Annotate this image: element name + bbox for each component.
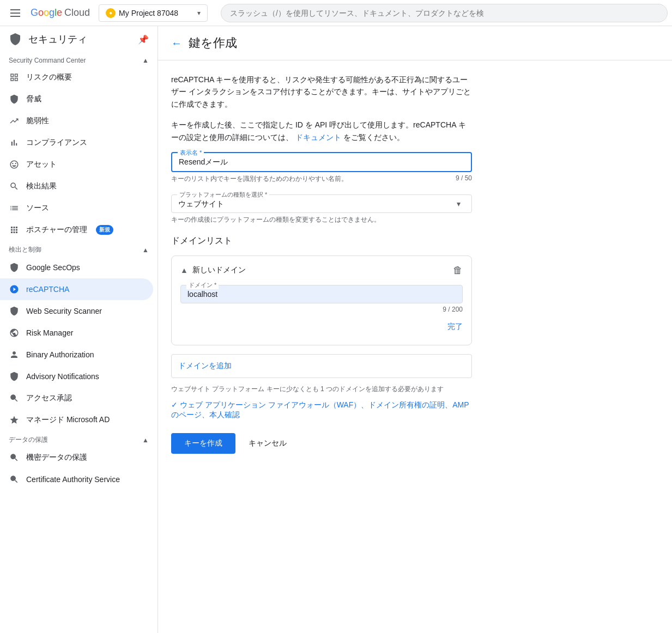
create-key-button[interactable]: キーを作成 [171, 433, 235, 454]
sidebar-item-label: マネージド Microsoft AD [26, 415, 110, 425]
compliance-icon [9, 137, 20, 148]
done-button[interactable]: 完了 [180, 318, 463, 336]
content-area: ← 鍵を作成 reCAPTCHA キーを使用すると、リスクや発生する可能性がある… [158, 26, 672, 633]
collapse-icon[interactable]: ▲ [180, 266, 188, 275]
domain-input-wrapper: ドメイン * [180, 285, 463, 303]
search-input[interactable] [221, 4, 668, 22]
recaptcha-icon [9, 284, 20, 295]
sidebar-item-sources[interactable]: ソース [0, 197, 153, 219]
sidebar-item-label: ソース [26, 203, 49, 213]
sidebar-item-posture[interactable]: ポスチャーの管理 新規 [0, 219, 153, 241]
sidebar-item-threats[interactable]: 脅威 [0, 88, 153, 110]
sidebar-item-risk-manager[interactable]: Risk Manager [0, 322, 153, 344]
waf-link[interactable]: ✓ ウェブ アプリケーション ファイアウォール（WAF）、ドメイン所有権の証明、… [171, 400, 472, 420]
sidebar-item-label: 脅威 [26, 94, 41, 104]
sidebar-item-label: 検出結果 [26, 181, 57, 191]
sidebar-item-label: Risk Manager [26, 328, 73, 337]
delete-domain-button[interactable]: 🗑 [453, 265, 463, 276]
google-cloud-logo: Google Cloud [31, 7, 90, 19]
risk-manager-icon [9, 327, 20, 338]
cancel-button[interactable]: キャンセル [244, 433, 291, 454]
content-header: ← 鍵を作成 [158, 26, 672, 60]
pin-icon: 📌 [138, 34, 149, 45]
doc-link[interactable]: ドキュメント [295, 133, 341, 142]
sidebar-item-google-secops[interactable]: Google SecOps [0, 257, 153, 278]
section-collapse-icon: ▲ [142, 57, 149, 64]
shield-circle-icon [9, 94, 20, 105]
sidebar-item-certificate-authority[interactable]: Certificate Authority Service [0, 468, 153, 490]
sidebar-title: セキュリティ [28, 33, 131, 46]
secops-icon [9, 262, 20, 273]
sidebar: セキュリティ 📌 Security Command Center ▲ リスクの概… [0, 26, 158, 633]
domain-input[interactable] [187, 290, 456, 299]
project-selector[interactable]: ● My Project 87048 ▾ [99, 4, 208, 22]
certificate-icon [9, 474, 20, 485]
domain-card-title: ▲ 新しいドメイン [180, 265, 246, 275]
sidebar-item-risk-overview[interactable]: リスクの概要 [0, 66, 153, 88]
scc-section-title: Security Command Center [9, 57, 86, 64]
sidebar-item-label: リスクの概要 [26, 72, 72, 82]
add-domain-button[interactable]: ドメインを追加 [171, 354, 472, 378]
section-header-detect[interactable]: 検出と制御 ▲ [0, 241, 158, 257]
platform-type-group: プラットフォームの種類を選択 * ウェブサイト ▾ キーの作成後にプラットフォー… [171, 194, 472, 224]
sidebar-item-label: Advisory Notifications [26, 372, 99, 381]
page-title: 鍵を作成 [189, 35, 237, 51]
description-text-2: キーを作成した後、ここで指定した ID を API 呼び出して使用します。reC… [171, 119, 472, 143]
data-protection-section-title: データの保護 [9, 435, 48, 445]
sidebar-item-label: Google SecOps [26, 263, 80, 272]
display-name-input[interactable] [179, 158, 464, 167]
warning-text: ウェブサイト プラットフォーム キーに少なくとも 1 つのドメインを追加する必要… [171, 385, 472, 394]
sensitive-data-icon [9, 452, 20, 463]
sidebar-item-sensitive-data[interactable]: 機密データの保護 [0, 447, 153, 468]
sources-icon [9, 203, 20, 214]
findings-icon [9, 181, 20, 192]
hamburger-icon [10, 9, 20, 17]
vulnerability-icon [9, 115, 20, 126]
display-name-label: 表示名 * [178, 149, 204, 157]
action-buttons: キーを作成 キャンセル [171, 433, 472, 454]
web-security-icon [9, 306, 20, 316]
sidebar-item-access-approval[interactable]: アクセス承認 [0, 387, 153, 409]
grid-icon [9, 72, 20, 83]
project-name: My Project 87048 [119, 9, 194, 17]
sidebar-item-label: 機密データの保護 [26, 453, 87, 462]
sidebar-item-vulnerabilities[interactable]: 脆弱性 [0, 110, 153, 132]
new-badge: 新規 [96, 225, 113, 235]
sidebar-item-web-security-scanner[interactable]: Web Security Scanner [0, 300, 153, 322]
platform-select[interactable]: ウェブサイト [178, 199, 465, 208]
content-body: reCAPTCHA キーを使用すると、リスクや発生する可能性がある不正行為に関す… [158, 60, 485, 467]
main-layout: セキュリティ 📌 Security Command Center ▲ リスクの概… [0, 26, 672, 633]
section-collapse-icon: ▲ [142, 246, 149, 254]
platform-type-hint: キーの作成後にプラットフォームの種類を変更することはできません。 [171, 215, 472, 224]
project-icon: ● [106, 8, 116, 18]
platform-type-wrapper: プラットフォームの種類を選択 * ウェブサイト ▾ [171, 194, 472, 213]
display-name-wrapper: 表示名 * [171, 152, 472, 172]
sidebar-header: セキュリティ 📌 [0, 26, 158, 52]
sidebar-item-assets[interactable]: アセット [0, 154, 153, 175]
sidebar-item-label: アセット [26, 160, 57, 169]
access-approval-icon [9, 393, 20, 404]
sidebar-item-advisory-notifications[interactable]: Advisory Notifications [0, 366, 153, 387]
sidebar-item-binary-authorization[interactable]: Binary Authorization [0, 344, 153, 366]
sidebar-item-compliance[interactable]: コンプライアンス [0, 132, 153, 154]
sidebar-item-managed-microsoft-ad[interactable]: マネージド Microsoft AD [0, 409, 153, 431]
section-header-data-protection[interactable]: データの保護 ▲ [0, 431, 158, 447]
description-text-end: をご覧ください。 [343, 133, 404, 142]
menu-button[interactable] [4, 2, 26, 24]
security-shield-icon [9, 33, 22, 46]
back-button[interactable]: ← [171, 37, 182, 50]
chevron-down-icon: ▾ [197, 9, 201, 17]
sidebar-item-label: ポスチャーの管理 [26, 225, 87, 235]
section-header-scc[interactable]: Security Command Center ▲ [0, 52, 158, 66]
platform-select-wrapper: ウェブサイト ▾ [178, 199, 465, 208]
domain-card-header: ▲ 新しいドメイン 🗑 [180, 265, 463, 276]
display-name-group: 表示名 * キーのリスト内でキーを識別するためのわかりやすい名前。 9 / 50 [171, 152, 472, 184]
sidebar-item-label: Web Security Scanner [26, 307, 102, 315]
sidebar-item-label: コンプライアンス [26, 138, 87, 148]
platform-type-label: プラットフォームの種類を選択 * [177, 191, 269, 199]
assets-icon [9, 159, 20, 170]
sidebar-item-findings[interactable]: 検出結果 [0, 175, 153, 197]
sidebar-item-label: 脆弱性 [26, 116, 49, 126]
domain-char-count: 9 / 200 [180, 306, 463, 313]
sidebar-item-recaptcha[interactable]: reCAPTCHA [0, 278, 153, 300]
